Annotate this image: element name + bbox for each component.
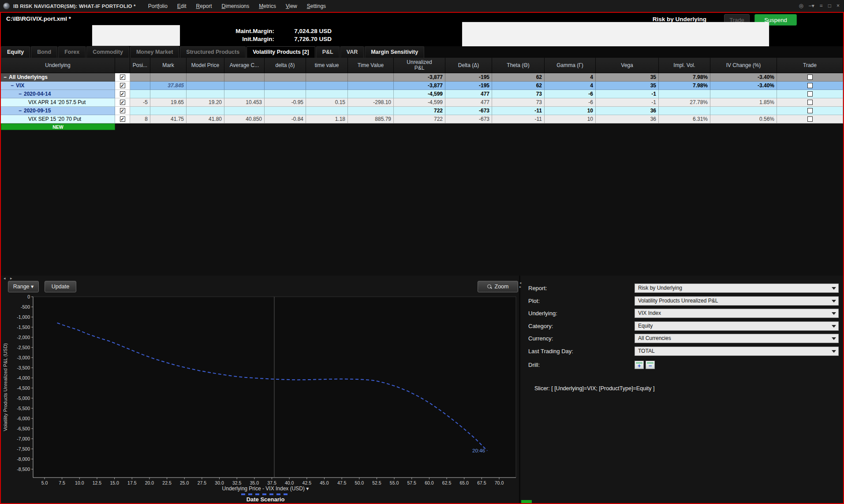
column-header-checkbox[interactable] bbox=[115, 58, 130, 73]
dropdown-last-trading-day-[interactable]: TOTAL bbox=[635, 347, 839, 356]
svg-text:30.0: 30.0 bbox=[215, 480, 224, 485]
column-header-model-price[interactable]: Model Price bbox=[187, 58, 224, 73]
tab-structured-products[interactable]: Structured Products bbox=[180, 46, 246, 58]
cell: -5 bbox=[130, 98, 150, 107]
include-checkbox[interactable]: ✓ bbox=[120, 75, 125, 80]
trade-checkbox[interactable] bbox=[807, 83, 813, 88]
table-row-vix-sep-15-20-70-put[interactable]: VIX SEP 15 '20 70 Put✓841.7541.8040.850-… bbox=[1, 115, 843, 123]
include-checkbox[interactable]: ✓ bbox=[120, 83, 125, 88]
tab-money-market[interactable]: Money Market bbox=[130, 46, 179, 58]
tab-bond[interactable]: Bond bbox=[31, 46, 57, 58]
table-row-2020-09-15[interactable]: −2020-09-15✓722-673-111036 bbox=[1, 107, 843, 115]
cell: -11 bbox=[492, 115, 545, 123]
menu-report[interactable]: Report bbox=[196, 3, 212, 9]
trade-checkbox[interactable] bbox=[807, 91, 813, 97]
tab-equity[interactable]: Equity bbox=[1, 46, 30, 58]
svg-text:12.5: 12.5 bbox=[93, 480, 102, 485]
menu-portfolio[interactable]: Portfolio bbox=[148, 3, 168, 9]
cell bbox=[187, 73, 224, 82]
column-header-gamma-[interactable]: Gamma (Γ) bbox=[545, 58, 596, 73]
control-label-report-: Report: bbox=[528, 284, 547, 293]
maximize-icon[interactable]: □ bbox=[828, 0, 831, 12]
tab-forex[interactable]: Forex bbox=[58, 46, 86, 58]
column-header-trade[interactable]: Trade bbox=[777, 58, 843, 73]
cell: 19.65 bbox=[150, 98, 187, 107]
tab-volatility-products-2-[interactable]: Volatility Products [2] bbox=[246, 46, 315, 58]
include-checkbox[interactable]: ✓ bbox=[120, 108, 125, 113]
drill-down-button[interactable]: + bbox=[635, 361, 644, 369]
svg-text:65.0: 65.0 bbox=[459, 480, 469, 485]
include-checkbox[interactable]: ✓ bbox=[120, 116, 125, 122]
column-header-unrealized-p-l[interactable]: UnrealizedP&L bbox=[394, 58, 445, 73]
trade-checkbox[interactable] bbox=[807, 100, 813, 105]
table-row-2020-04-14[interactable]: −2020-04-14✓-4,59947773-6-1 bbox=[1, 90, 843, 98]
pin-icon[interactable]: –▾ bbox=[809, 0, 814, 12]
expand-toggle[interactable]: − bbox=[19, 91, 22, 97]
include-checkbox[interactable]: ✓ bbox=[120, 91, 125, 97]
column-header-mark[interactable]: Mark bbox=[150, 58, 187, 73]
expand-toggle[interactable]: − bbox=[19, 108, 22, 114]
cell: 10.453 bbox=[224, 98, 265, 107]
dropdown-plot-[interactable]: Volatility Products Unrealized P&L bbox=[635, 296, 839, 306]
expand-toggle[interactable]: − bbox=[4, 74, 7, 80]
svg-text:-4,500: -4,500 bbox=[17, 385, 30, 391]
column-header-delta-[interactable]: delta (δ) bbox=[265, 58, 306, 73]
expand-toggle[interactable]: − bbox=[11, 82, 14, 89]
close-icon[interactable]: × bbox=[837, 0, 840, 12]
table-row-vix-apr-14-20-57-5-put[interactable]: VIX APR 14 '20 57.5 Put✓-519.6519.2010.4… bbox=[1, 98, 843, 107]
minimize-icon[interactable]: = bbox=[820, 0, 823, 12]
vertical-splitter[interactable] bbox=[519, 276, 520, 503]
trade-checkbox[interactable] bbox=[807, 75, 813, 80]
include-checkbox[interactable]: ✓ bbox=[120, 100, 125, 105]
column-header-posi-[interactable]: Posi... bbox=[130, 58, 150, 73]
menu-settings[interactable]: Settings bbox=[307, 3, 326, 9]
app-logo-icon bbox=[3, 3, 10, 9]
settings-icon[interactable]: ◎ bbox=[799, 0, 803, 12]
cell: 722 bbox=[394, 107, 445, 115]
svg-text:-3,000: -3,000 bbox=[17, 355, 30, 360]
cell: -6 bbox=[545, 98, 596, 107]
cell bbox=[348, 73, 394, 82]
drill-up-button[interactable]: − bbox=[646, 361, 655, 369]
dropdown-report-[interactable]: Risk by Underlying bbox=[635, 284, 839, 293]
column-header-time-value[interactable]: Time Value bbox=[348, 58, 394, 73]
tab-var[interactable]: VAR bbox=[340, 46, 364, 58]
column-header-time-value[interactable]: time value bbox=[306, 58, 348, 73]
column-header-impl-vol-[interactable]: Impl. Vol. bbox=[659, 58, 710, 73]
cell: 41.75 bbox=[150, 115, 187, 123]
table-row-vix[interactable]: −VIX✓37.845-3,877-195624357.98%-3.40% bbox=[1, 82, 843, 90]
cell: 7.98% bbox=[659, 73, 710, 82]
trade-checkbox[interactable] bbox=[807, 108, 813, 113]
menu-view[interactable]: View bbox=[286, 3, 297, 9]
init-margin-label: Init.Margin: bbox=[221, 36, 274, 42]
menu-edit[interactable]: Edit bbox=[177, 3, 187, 9]
svg-text:42.5: 42.5 bbox=[302, 480, 312, 485]
tab-commodity[interactable]: Commodity bbox=[86, 46, 129, 58]
column-header-theta-[interactable]: Theta (Θ) bbox=[492, 58, 545, 73]
cell: 62 bbox=[492, 73, 545, 82]
menu-dimensions[interactable]: Dimensions bbox=[222, 3, 250, 9]
svg-text:32.5: 32.5 bbox=[232, 480, 242, 485]
tab-margin-sensitivity[interactable]: Margin Sensitivity bbox=[365, 46, 424, 58]
column-header-iv-change-[interactable]: IV Change (%) bbox=[710, 58, 777, 73]
chevron-down-icon bbox=[832, 337, 836, 340]
column-header-vega[interactable]: Vega bbox=[596, 58, 659, 73]
column-header-underlying[interactable]: Underlying bbox=[1, 58, 115, 73]
new-position-row[interactable]: NEW bbox=[1, 123, 115, 130]
dropdown-currency-[interactable]: All Currencies bbox=[635, 334, 839, 343]
column-header-average-c-[interactable]: Average C... bbox=[224, 58, 265, 73]
cell: 477 bbox=[445, 90, 492, 98]
cell: 1.18 bbox=[306, 115, 348, 123]
x-axis-selector[interactable]: Underlying Price - VIX Index (USD) ▾ bbox=[222, 485, 309, 492]
trade-checkbox[interactable] bbox=[807, 116, 813, 122]
svg-text:-5,500: -5,500 bbox=[17, 406, 30, 411]
cell: 73 bbox=[492, 98, 545, 107]
svg-text:40.0: 40.0 bbox=[285, 480, 294, 485]
column-header-delta-[interactable]: Delta (Δ) bbox=[445, 58, 492, 73]
table-row-all-underlyings[interactable]: −All Underlyings✓-3,877-195624357.98%-3.… bbox=[1, 73, 843, 82]
dropdown-underlying-[interactable]: VIX Index bbox=[635, 309, 839, 318]
dropdown-category-[interactable]: Equity bbox=[635, 321, 839, 331]
tab-p-l[interactable]: P&L bbox=[316, 46, 340, 58]
menu-metrics[interactable]: Metrics bbox=[259, 3, 276, 9]
vertical-splitter-arrows[interactable]: ◂▸ bbox=[519, 281, 521, 289]
